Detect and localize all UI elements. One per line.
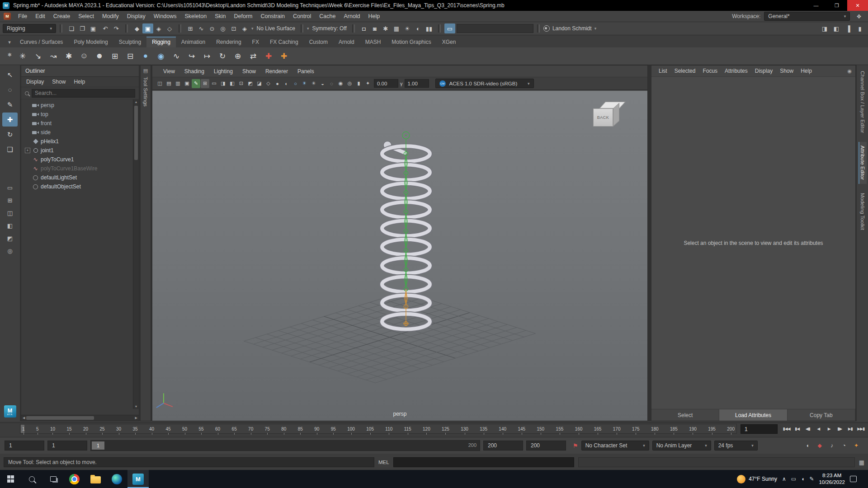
menu-item[interactable]: Show bbox=[48, 78, 70, 86]
time-tick[interactable]: 65 bbox=[232, 427, 237, 432]
menu-item[interactable]: Show bbox=[238, 67, 260, 76]
animation-start-field[interactable]: 1 bbox=[5, 441, 44, 450]
layout-two-pane-side[interactable]: ◫ bbox=[3, 207, 17, 219]
animation-end-field[interactable]: 200 bbox=[526, 441, 566, 450]
symmetry-selector[interactable]: Symmetry: Off bbox=[310, 25, 348, 32]
menu-item[interactable]: Lighting bbox=[209, 67, 237, 76]
shelf-tab[interactable]: FX Caching bbox=[264, 37, 304, 47]
horizontal-scrollbar[interactable]: ◀ ▶ bbox=[21, 415, 139, 421]
menu-item[interactable]: Create bbox=[49, 12, 75, 21]
shelf-tab[interactable]: Poly Modeling bbox=[68, 37, 113, 47]
time-tick[interactable]: 140 bbox=[499, 427, 506, 432]
scroll-down-icon[interactable]: ▼ bbox=[133, 405, 139, 408]
time-tick[interactable]: 165 bbox=[594, 427, 602, 432]
menu-item[interactable]: Select bbox=[74, 12, 98, 21]
script-editor-icon[interactable]: ▦ bbox=[859, 459, 864, 466]
layout-single-pane[interactable]: ▭ bbox=[3, 182, 17, 193]
shelf-tab[interactable]: Animation bbox=[176, 37, 211, 47]
2d-pan-zoom-icon[interactable]: ▥ bbox=[174, 79, 182, 88]
group-grip[interactable] bbox=[179, 24, 181, 33]
resolution-gate-icon[interactable]: ◨ bbox=[219, 79, 227, 88]
smooth-bind-icon[interactable]: ● bbox=[138, 49, 153, 63]
time-tick[interactable]: 175 bbox=[632, 427, 640, 432]
snap-to-projected-center-icon[interactable]: ◎ bbox=[217, 23, 228, 33]
ipr-render-icon[interactable]: ◙ bbox=[369, 23, 380, 33]
outliner-item[interactable]: defaultObjectSet bbox=[23, 182, 132, 191]
time-tick[interactable]: 50 bbox=[182, 427, 187, 432]
select-component-icon[interactable]: ◈ bbox=[153, 23, 164, 33]
weather-widget[interactable]: 47°F Sunny bbox=[737, 475, 777, 483]
snap-to-grid-icon[interactable]: ⊞ bbox=[185, 23, 196, 33]
toggle-channel-box-icon[interactable]: ▐ bbox=[843, 23, 854, 33]
attribute-editor-button[interactable]: Select bbox=[651, 409, 719, 421]
menu-item[interactable]: Help bbox=[364, 12, 384, 21]
isolate-select-icon[interactable]: ▮ bbox=[354, 79, 363, 88]
undo-icon[interactable]: ↶ bbox=[100, 23, 111, 33]
menu-item[interactable]: Focus bbox=[699, 66, 721, 75]
view-cube-front-face[interactable]: BACK bbox=[593, 108, 613, 127]
hypershade-icon[interactable]: ▦ bbox=[391, 23, 402, 33]
exposure-field[interactable]: 0.00 bbox=[374, 79, 398, 88]
shelf-tabs-menu-icon[interactable]: ▾ bbox=[5, 39, 14, 45]
scrollbar-thumb[interactable] bbox=[134, 106, 138, 160]
step-forward-frame-button[interactable]: ▶▮ bbox=[845, 424, 856, 434]
close-button[interactable]: ✕ bbox=[847, 0, 868, 11]
shadows-icon[interactable]: ✳ bbox=[309, 79, 318, 88]
outliner-item[interactable]: + joint1 bbox=[23, 146, 132, 155]
chevron-down-icon[interactable]: ▾ bbox=[307, 26, 309, 31]
menu-item[interactable]: Panels bbox=[293, 67, 319, 76]
scroll-right-icon[interactable]: ▶ bbox=[135, 416, 137, 420]
chrome-app-button[interactable] bbox=[64, 470, 85, 488]
rotate-tool[interactable]: ↻ bbox=[2, 127, 18, 141]
time-tick[interactable]: 90 bbox=[314, 427, 319, 432]
menu-item[interactable]: Attributes bbox=[721, 66, 751, 75]
lattice-icon[interactable]: ⊟ bbox=[123, 49, 137, 63]
expand-toggle[interactable] bbox=[25, 166, 30, 171]
new-scene-icon[interactable]: ❏ bbox=[66, 23, 77, 33]
menu-item[interactable]: Renderer bbox=[261, 67, 292, 76]
time-tick[interactable]: 1 bbox=[22, 427, 25, 432]
attribute-editor-button[interactable]: Copy Tab bbox=[788, 409, 855, 421]
file-explorer-button[interactable] bbox=[85, 470, 106, 488]
toggle-modeling-toolkit-icon[interactable]: ▮ bbox=[854, 23, 865, 33]
menu-item[interactable]: Shading bbox=[180, 67, 209, 76]
pause-viewport-icon[interactable]: ▮▮ bbox=[424, 23, 434, 33]
play-forwards-button[interactable]: ▶ bbox=[824, 424, 835, 434]
go-to-start-button[interactable]: ▮◀◀ bbox=[781, 424, 792, 434]
display-icon[interactable]: ▭ bbox=[791, 476, 796, 482]
expand-toggle[interactable] bbox=[25, 112, 30, 117]
pin-icon[interactable]: ◉ bbox=[847, 68, 852, 74]
add-character-icon[interactable]: ☻ bbox=[92, 49, 107, 63]
render-settings-icon[interactable]: ✱ bbox=[380, 23, 391, 33]
paint-select-tool[interactable]: ✎ bbox=[2, 98, 18, 112]
select-object-icon[interactable]: ▣ bbox=[142, 23, 153, 33]
textured-icon[interactable]: ○ bbox=[291, 79, 300, 88]
view-cube-top-face[interactable] bbox=[599, 102, 626, 108]
time-tick[interactable]: 190 bbox=[689, 427, 697, 432]
layout-four-pane[interactable]: ⊞ bbox=[3, 194, 17, 206]
time-tick[interactable]: 60 bbox=[215, 427, 220, 432]
shelf-editor-icon[interactable]: ✱ bbox=[5, 52, 14, 58]
animation-prefs-icon[interactable]: ◔ bbox=[839, 441, 849, 450]
xray-joints-icon[interactable]: ◎ bbox=[345, 79, 354, 88]
tool-settings-collapsed-tab[interactable]: ▤ Tool Settings bbox=[140, 65, 151, 421]
menu-item[interactable]: File bbox=[14, 12, 31, 21]
scale-constraint-icon[interactable]: ⇄ bbox=[246, 49, 260, 63]
time-tick[interactable]: 130 bbox=[461, 427, 468, 432]
move-tool[interactable]: ✚ bbox=[2, 113, 18, 127]
go-to-end-button[interactable]: ▶▶▮ bbox=[856, 424, 867, 434]
add-influence-icon[interactable]: ✚ bbox=[261, 49, 276, 63]
time-tick[interactable]: 20 bbox=[83, 427, 88, 432]
outliner-item[interactable]: polyToCurve1 bbox=[23, 155, 132, 164]
time-tick[interactable]: 40 bbox=[149, 427, 154, 432]
menu-item[interactable]: Constrain bbox=[257, 12, 289, 21]
time-tick[interactable]: 155 bbox=[556, 427, 564, 432]
fps-dropdown[interactable]: 24 fps ▾ bbox=[714, 441, 758, 450]
shelf-tab[interactable]: Custom bbox=[304, 37, 333, 47]
menu-item[interactable]: View bbox=[159, 67, 179, 76]
set-key-icon[interactable]: ✦ bbox=[851, 441, 862, 450]
current-frame-field[interactable]: 1 bbox=[741, 424, 778, 434]
expand-toggle[interactable] bbox=[25, 121, 30, 126]
start-button[interactable] bbox=[0, 470, 21, 488]
menu-item[interactable]: Edit bbox=[31, 12, 49, 21]
